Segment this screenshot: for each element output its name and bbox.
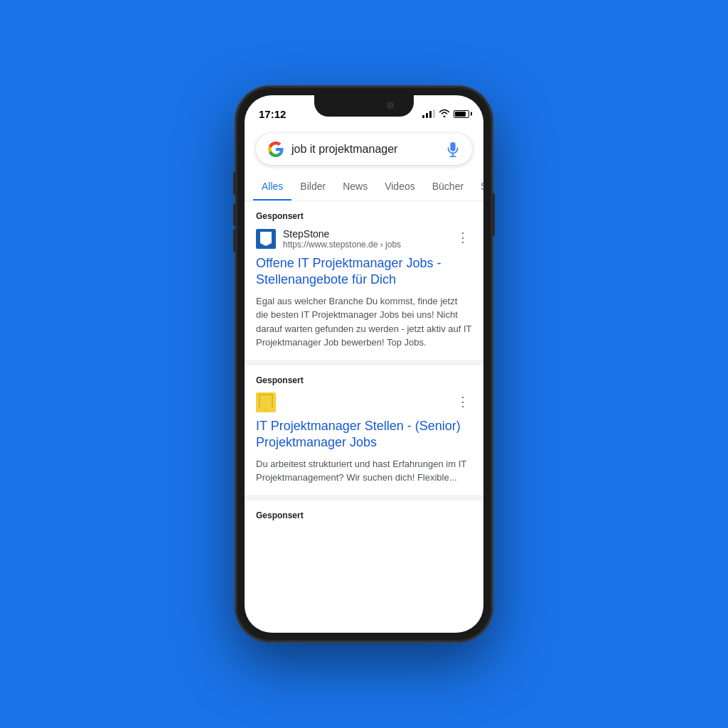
google-logo [267, 141, 284, 158]
source-info-1: StepStone https://www.stepstone.de › job… [283, 228, 401, 250]
more-options-2[interactable]: ⋮ [454, 392, 472, 411]
favicon-yellow [256, 392, 276, 412]
mic-icon[interactable] [445, 141, 461, 157]
status-icons [422, 109, 469, 119]
battery-fill [455, 112, 466, 117]
favicon-stepstone [256, 229, 276, 249]
source-url-1: https://www.stepstone.de › jobs [283, 240, 401, 250]
tab-alles[interactable]: Alles [253, 173, 291, 200]
tab-buecher[interactable]: Bücher [424, 173, 472, 200]
tab-bilder[interactable]: Bilder [291, 173, 334, 200]
ad-result-3: Gesponsert [245, 500, 483, 537]
battery-icon [454, 110, 469, 118]
source-name-1: StepStone [283, 228, 401, 240]
signal-bar-4 [433, 109, 435, 118]
signal-bar-2 [426, 113, 428, 118]
sponsored-label-1: Gesponsert [256, 211, 472, 221]
signal-icon [422, 109, 435, 118]
front-camera [387, 102, 394, 109]
phone-screen: 17:12 [245, 95, 483, 633]
search-bar[interactable]: job it projektmanager [256, 134, 472, 165]
phone-mockup: 17:12 [236, 87, 492, 641]
phone-notch [314, 95, 414, 117]
favicon-stepstone-inner [260, 232, 272, 246]
ad-header-2: ⋮ [256, 392, 472, 412]
sponsored-label-2: Gesponsert [256, 375, 472, 385]
ad-result-1: Gesponsert StepStone https://www.stepsto… [245, 201, 483, 365]
ad-result-2: Gesponsert ⋮ IT Projektmanager Stellen -… [245, 365, 483, 500]
sponsored-label-3: Gesponsert [256, 510, 472, 520]
search-container: job it projektmanager [245, 127, 483, 173]
ad-source-1: StepStone https://www.stepstone.de › job… [256, 228, 401, 250]
search-results: Gesponsert StepStone https://www.stepsto… [245, 201, 483, 537]
phone-frame: 17:12 [236, 87, 492, 641]
ad-header-1: StepStone https://www.stepstone.de › job… [256, 228, 472, 250]
signal-bar-3 [429, 111, 432, 118]
tab-videos[interactable]: Videos [376, 173, 424, 200]
search-tabs: Alles Bilder News Videos Bücher Sh [245, 173, 483, 201]
wifi-icon [439, 109, 450, 119]
ad-description-2: Du arbeitest strukturiert und hast Erfah… [256, 457, 472, 485]
status-time: 17:12 [259, 108, 286, 120]
ad-title-2[interactable]: IT Projektmanager Stellen - (Senior) Pro… [256, 418, 472, 451]
favicon-yellow-shape [259, 394, 273, 411]
tab-news[interactable]: News [334, 173, 376, 200]
search-query: job it projektmanager [291, 143, 438, 156]
ad-source-2 [256, 392, 276, 412]
ad-title-1[interactable]: Offene IT Projektmanager Jobs - Stellena… [256, 255, 472, 289]
tab-sh[interactable]: Sh [472, 173, 483, 200]
signal-bar-1 [422, 115, 424, 118]
ad-description-1: Egal aus welcher Branche Du kommst, find… [256, 294, 472, 350]
more-options-1[interactable]: ⋮ [454, 228, 472, 247]
